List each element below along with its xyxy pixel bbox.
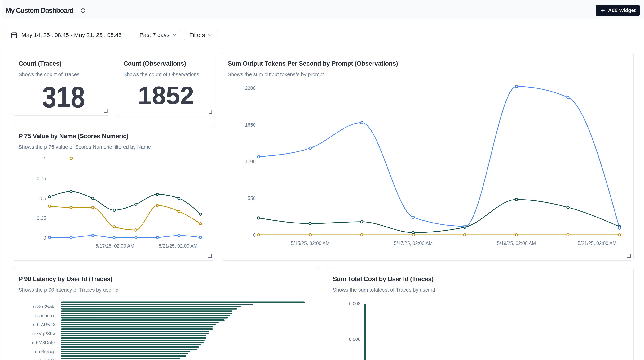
svg-text:u-8sq2w4a: u-8sq2w4a bbox=[33, 304, 56, 309]
svg-text:5/19/25, 02:00 AM: 5/19/25, 02:00 AM bbox=[497, 240, 536, 246]
svg-text:u-zVqP3hw: u-zVqP3hw bbox=[32, 331, 56, 336]
svg-text:5/17/25, 02:00 AM: 5/17/25, 02:00 AM bbox=[96, 243, 134, 249]
svg-text:0.25: 0.25 bbox=[37, 215, 46, 221]
svg-text:u-tFAR5TX: u-tFAR5TX bbox=[33, 322, 56, 327]
svg-text:0: 0 bbox=[253, 232, 256, 238]
svg-text:u-8fVa9T3: u-8fVa9T3 bbox=[35, 358, 56, 360]
svg-text:0: 0 bbox=[44, 235, 46, 240]
svg-text:0.006: 0.006 bbox=[349, 337, 360, 342]
svg-text:0.75: 0.75 bbox=[37, 176, 46, 181]
svg-text:1650: 1650 bbox=[245, 122, 256, 128]
svg-text:5/15/25, 02:00 AM: 5/15/25, 02:00 AM bbox=[291, 240, 330, 246]
svg-text:5/21/25, 02:00 AM: 5/21/25, 02:00 AM bbox=[159, 243, 198, 249]
svg-text:5/21/25, 02:00 AM: 5/21/25, 02:00 AM bbox=[578, 240, 617, 246]
svg-text:u-d3qr5cg: u-d3qr5cg bbox=[35, 349, 56, 354]
svg-text:u-5M8D56k: u-5M8D56k bbox=[32, 340, 56, 345]
svg-text:1: 1 bbox=[44, 156, 46, 161]
svg-text:550: 550 bbox=[248, 195, 256, 201]
svg-text:1100: 1100 bbox=[245, 159, 256, 164]
svg-text:0.008: 0.008 bbox=[349, 301, 360, 306]
svg-text:5/17/25, 02:00 AM: 5/17/25, 02:00 AM bbox=[394, 240, 433, 246]
svg-text:2200: 2200 bbox=[245, 85, 256, 91]
svg-text:u-aobnuxf: u-aobnuxf bbox=[35, 313, 56, 318]
svg-text:0.5: 0.5 bbox=[40, 196, 46, 201]
